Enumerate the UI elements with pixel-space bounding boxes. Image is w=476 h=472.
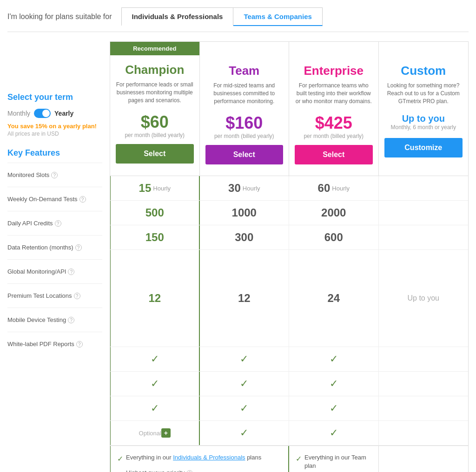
usd-text: All prices are in USD (7, 131, 102, 137)
billing-toggle-row: Monthly Yearly (7, 109, 102, 118)
plan-custom-header: Custom Looking for something more? Reach… (379, 42, 469, 176)
help-icon-mobile[interactable]: ? (68, 317, 74, 323)
row-pdf-reports: Optional + ✓ ✓ (110, 421, 468, 446)
team-billing: per month (billed yearly) (205, 133, 284, 139)
optional-add-button[interactable]: + (161, 428, 171, 438)
plan-headers: Recommended Champion For performance lea… (110, 41, 469, 176)
champion-pdf: Optional + (110, 421, 200, 445)
enterprise-pdf: ✓ (289, 421, 379, 445)
plans-area: Recommended Champion For performance lea… (110, 41, 469, 472)
yearly-label: Yearly (54, 110, 73, 117)
row-premium-locations: ✓ ✓ ✓ (110, 372, 468, 396)
enterprise-retention-val: 24 (327, 292, 340, 305)
help-icon-weekly[interactable]: ? (79, 196, 86, 203)
enterprise-select-button[interactable]: Select (295, 145, 373, 164)
enterprise-name: Enterprise (295, 64, 373, 78)
champion-retention: 12 (110, 250, 200, 347)
tab-individuals[interactable]: Individuals & Professionals (121, 7, 234, 26)
feature-rows: Monitored Slots ? Weekly On-Demand Tests… (7, 163, 102, 356)
team-pdf: ✓ (200, 421, 290, 445)
enterprise-weekly: 2000 (289, 201, 379, 225)
include-item-1: ✓ Everything in our Individuals & Profes… (117, 453, 282, 464)
spacer2 (289, 42, 378, 56)
champion-billing: per month (billed yearly) (116, 132, 194, 138)
champion-name: Champion (116, 63, 194, 77)
help-icon-monitored[interactable]: ? (51, 172, 58, 178)
row-global-monitoring: ✓ ✓ ✓ (110, 347, 468, 372)
champion-premium-check: ✓ (151, 378, 159, 390)
main-content: Select your term Monthly Yearly You save… (7, 41, 469, 472)
champion-content: Champion For performance leads or small … (110, 55, 199, 175)
custom-select-button[interactable]: Customize (384, 138, 463, 157)
team-retention-val: 12 (238, 292, 251, 305)
help-icon-queue[interactable]: ? (186, 470, 193, 472)
row-monitored-slots: 15 Hourly 30 Hourly 60 Hourly (110, 176, 468, 201)
enterprise-mobile-check: ✓ (330, 402, 338, 414)
help-icon-global[interactable]: ? (68, 269, 74, 275)
enterprise-billing: per month (billed yearly) (295, 133, 373, 139)
help-icon-premium[interactable]: ? (74, 293, 80, 299)
feature-mobile-testing: Mobile Device Testing ? (7, 308, 102, 332)
champion-api: 150 (110, 225, 200, 249)
enterprise-desc: For performance teams who built testing … (295, 82, 373, 108)
row-data-retention: 12 12 24 Up to you (110, 250, 468, 347)
feature-pdf-reports: White-label PDF Reports ? (7, 332, 102, 356)
team-content: Team For mid-sized teams and businesses … (200, 56, 289, 176)
team-mobile-check: ✓ (240, 402, 248, 414)
champion-weekly-val: 500 (145, 206, 164, 219)
page-container: I'm looking for plans suitable for Indiv… (0, 0, 476, 472)
champion-monitored-unit: Hourly (153, 185, 171, 192)
team-weekly: 1000 (200, 201, 290, 225)
team-select-button[interactable]: Select (205, 145, 284, 164)
champion-price: $60 (116, 112, 194, 132)
enterprise-global-check: ✓ (330, 353, 338, 365)
include-text-1: Everything in our Individuals & Professi… (126, 453, 261, 462)
row-daily-api: 150 300 600 (110, 225, 468, 250)
champion-premium: ✓ (110, 372, 200, 396)
plan-enterprise-header: Enterprise For performance teams who bui… (289, 42, 379, 176)
row-weekly-tests: 500 1000 2000 (110, 201, 468, 225)
custom-billing: Monthly, 6 month or yearly (384, 124, 463, 131)
tab-group: Individuals & Professionals Teams & Comp… (121, 7, 323, 26)
team-retention: 12 (200, 250, 290, 347)
help-icon-api[interactable]: ? (55, 220, 61, 227)
header: I'm looking for plans suitable for Indiv… (7, 7, 469, 32)
sidebar: Select your term Monthly Yearly You save… (7, 41, 110, 472)
enterprise-api-val: 600 (324, 231, 343, 244)
champion-monitored: 15 Hourly (110, 176, 200, 200)
champion-global-check: ✓ (151, 353, 159, 365)
champion-api-val: 150 (145, 231, 164, 244)
help-icon-pdf[interactable]: ? (76, 341, 83, 347)
enterprise-retention: 24 (289, 250, 379, 347)
team-desc: For mid-sized teams and businesses commi… (205, 82, 284, 108)
includes-custom (379, 446, 469, 472)
savings-text: You save 15% on a yearly plan! (7, 123, 102, 130)
monthly-label: Monthly (7, 110, 30, 117)
enterprise-monitored-unit: Hourly (332, 185, 350, 192)
feature-global-monitoring: Global Monitoring/API ? (7, 259, 102, 283)
enterprise-global: ✓ (289, 347, 379, 371)
include-check-1: ✓ (117, 454, 123, 464)
champion-select-button[interactable]: Select (116, 144, 194, 164)
team-api-val: 300 (235, 231, 253, 244)
tab-teams[interactable]: Teams & Companies (233, 7, 322, 26)
custom-name: Custom (384, 64, 463, 78)
champion-weekly: 500 (110, 201, 200, 225)
enterprise-text-1: Everything in our Team plan (304, 453, 372, 470)
help-icon-retention[interactable]: ? (75, 244, 82, 251)
feature-daily-api: Daily API Credits ? (7, 211, 102, 235)
individuals-link[interactable]: Individuals & Professionals (173, 454, 245, 461)
team-monitored-unit: Hourly (243, 185, 260, 192)
header-intro: I'm looking for plans suitable for (7, 13, 112, 21)
team-mobile: ✓ (200, 396, 290, 420)
team-monitored: 30 Hourly (200, 176, 290, 200)
feature-weekly-tests: Weekly On-Demand Tests ? (7, 187, 102, 211)
team-global: ✓ (200, 347, 290, 371)
enterprise-monitored-val: 60 (318, 182, 331, 195)
custom-pdf (379, 421, 469, 445)
feature-data-retention: Data Retention (months) ? (7, 235, 102, 259)
custom-price: Up to you (384, 113, 463, 124)
plan-team-header: Team For mid-sized teams and businesses … (200, 42, 290, 176)
enterprise-premium-check: ✓ (330, 378, 338, 390)
billing-toggle[interactable] (34, 109, 51, 118)
